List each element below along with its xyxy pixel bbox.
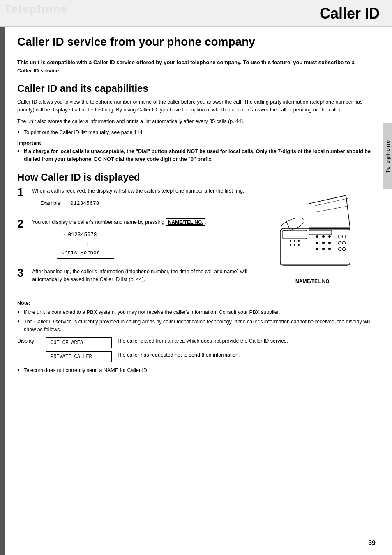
step2-text-pre: You can display the caller's number and … bbox=[32, 219, 166, 225]
display1-description: The caller dialed from an area which doe… bbox=[117, 337, 288, 345]
page-title: Caller ID bbox=[320, 5, 392, 22]
svg-rect-0 bbox=[280, 228, 350, 265]
svg-line-4 bbox=[315, 198, 348, 206]
header-bg-text: Telephone bbox=[4, 2, 68, 16]
arrow-right-icon: → bbox=[61, 230, 65, 239]
step3-row: 3 After hanging up, the caller's informa… bbox=[17, 268, 247, 284]
step2-display-boxes: → 012345678 ↓ Chris Horner bbox=[57, 229, 114, 259]
note-section: Note: If the unit is connected to a PBX … bbox=[17, 300, 371, 375]
svg-point-7 bbox=[322, 235, 325, 238]
svg-point-19 bbox=[342, 241, 346, 244]
name-tel-button-label: NAME/TEL NO. bbox=[291, 277, 335, 286]
svg-point-17 bbox=[342, 235, 346, 238]
svg-rect-1 bbox=[282, 230, 307, 239]
display2-description: The caller has requested not to send the… bbox=[117, 351, 288, 359]
step2-number: 2 bbox=[17, 217, 32, 231]
important-label: Important: bbox=[17, 140, 371, 146]
step2-text-post: . bbox=[205, 219, 207, 225]
section3-title: How Caller ID is displayed bbox=[17, 172, 371, 183]
section2-bullet1: To print out the Caller ID list manually… bbox=[17, 129, 371, 137]
svg-point-25 bbox=[298, 240, 300, 242]
step2-box1-text: 012345678 bbox=[68, 231, 97, 239]
svg-point-14 bbox=[328, 248, 331, 250]
steps-column: 1 When a call is received, the display w… bbox=[17, 187, 247, 290]
page-number: 39 bbox=[368, 539, 376, 547]
step1-example-row: Example: 012345678 bbox=[40, 198, 247, 209]
step3-content: After hanging up, the caller's informati… bbox=[32, 268, 247, 284]
step1-example-label: Example: bbox=[40, 200, 62, 207]
main-content: Caller ID service from your phone compan… bbox=[5, 27, 383, 392]
fax-machine-illustration bbox=[268, 191, 358, 274]
step1-number: 1 bbox=[17, 186, 32, 200]
step1-content: When a call is received, the display wil… bbox=[32, 187, 247, 212]
page-container: Telephone Caller ID Telephone Caller ID … bbox=[0, 0, 392, 555]
section2-para1: Caller ID allows you to view the telepho… bbox=[17, 98, 371, 114]
svg-rect-15 bbox=[309, 230, 332, 235]
step2-display-box-bottom: Chris Horner bbox=[57, 248, 114, 259]
svg-point-12 bbox=[316, 248, 318, 250]
note-label: Note: bbox=[17, 300, 371, 306]
display-private-caller-box: PRIVATE CALLER bbox=[46, 351, 112, 362]
svg-point-6 bbox=[316, 235, 318, 238]
display-out-of-area-box: OUT OF AREA bbox=[46, 337, 112, 348]
side-tab: Telephone bbox=[383, 123, 392, 189]
svg-point-16 bbox=[338, 235, 341, 238]
svg-point-21 bbox=[342, 247, 346, 251]
svg-point-24 bbox=[294, 240, 295, 242]
svg-line-5 bbox=[317, 206, 349, 212]
section2-important-bullet: If a charge for local calls is unaccepta… bbox=[17, 148, 371, 164]
svg-line-3 bbox=[286, 222, 291, 231]
svg-point-8 bbox=[328, 235, 331, 238]
svg-point-10 bbox=[322, 242, 325, 244]
svg-point-28 bbox=[298, 244, 300, 246]
step1-display-box: 012345678 bbox=[66, 198, 115, 209]
svg-point-20 bbox=[338, 247, 341, 251]
section3: How Caller ID is displayed 1 When a call… bbox=[17, 172, 371, 290]
svg-point-27 bbox=[294, 244, 295, 246]
step2-display-box-top: → 012345678 bbox=[57, 229, 114, 241]
section1-title: Caller ID service from your phone compan… bbox=[17, 27, 371, 53]
svg-point-11 bbox=[328, 242, 331, 244]
step2-content: You can display the caller's number and … bbox=[32, 218, 247, 261]
display-out-of-area-row: Display: OUT OF AREA The caller dialed f… bbox=[17, 337, 371, 362]
page-header: Telephone Caller ID bbox=[0, 0, 392, 27]
section2-para2: The unit also stores the caller's inform… bbox=[17, 118, 371, 125]
side-tab-text: Telephone bbox=[385, 139, 391, 173]
note-bullet1: If the unit is connected to a PBX system… bbox=[17, 309, 371, 316]
left-binding-strip bbox=[0, 0, 5, 555]
section1-intro: This unit is compatible with a Caller ID… bbox=[17, 58, 371, 74]
fax-illustration-column: NAME/TEL NO. bbox=[256, 187, 371, 290]
step3-text: After hanging up, the caller's informati… bbox=[32, 269, 247, 282]
svg-point-23 bbox=[290, 240, 291, 242]
svg-point-18 bbox=[338, 241, 341, 244]
how-layout: 1 When a call is received, the display w… bbox=[17, 187, 371, 290]
step2-row: 2 You can display the caller's number an… bbox=[17, 218, 247, 261]
display-label: Display: bbox=[17, 337, 42, 345]
step1-row: 1 When a call is received, the display w… bbox=[17, 187, 247, 212]
step1-text: When a call is received, the display wil… bbox=[32, 188, 244, 194]
note-bullet3: Telecom does not currently send a NAME f… bbox=[17, 367, 371, 374]
down-arrow-icon: ↓ bbox=[61, 241, 114, 248]
svg-point-26 bbox=[290, 244, 291, 246]
section2-title: Caller ID and its capabilities bbox=[17, 83, 371, 94]
note-bullet2: The Caller ID service is currently provi… bbox=[17, 318, 371, 334]
svg-point-13 bbox=[322, 248, 325, 250]
step3-number: 3 bbox=[17, 266, 32, 280]
svg-point-9 bbox=[316, 242, 318, 244]
step2-button: NAME/TEL NO. bbox=[166, 218, 205, 226]
